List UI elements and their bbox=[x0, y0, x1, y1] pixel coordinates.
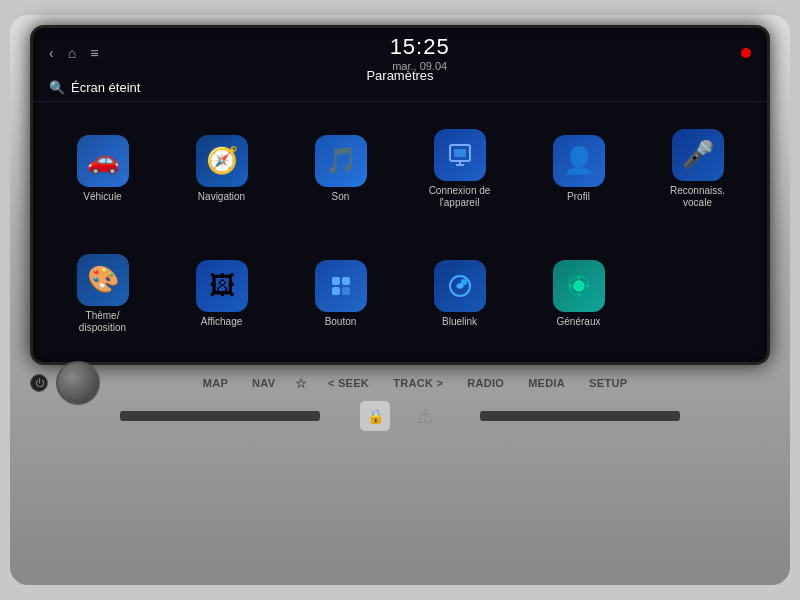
map-button[interactable]: MAP bbox=[199, 375, 232, 391]
son-label: Son bbox=[332, 191, 350, 203]
lock-button[interactable]: 🔒 bbox=[360, 401, 390, 431]
grid-item-son[interactable]: 🎵 Son bbox=[296, 135, 386, 203]
navigation-label: Navigation bbox=[198, 191, 245, 203]
warning-button[interactable]: ⚠ bbox=[410, 401, 440, 431]
affichage-label: Affichage bbox=[201, 316, 243, 328]
grid-item-theme[interactable]: 🎨 Thème/ disposition bbox=[58, 254, 148, 334]
grid-item-profil[interactable]: 👤 Profil bbox=[534, 135, 624, 203]
svg-point-9 bbox=[461, 279, 467, 285]
theme-label: Thème/ disposition bbox=[79, 310, 126, 334]
radio-button[interactable]: RADIO bbox=[463, 375, 508, 391]
grid-item-navigation[interactable]: 🧭 Navigation bbox=[177, 135, 267, 203]
divider bbox=[33, 101, 770, 102]
reconnaiss-label: Reconnaiss. vocale bbox=[670, 185, 725, 209]
vehicule-label: Véhicule bbox=[83, 191, 121, 203]
grid-item-bluelink[interactable]: Bluelink bbox=[415, 260, 505, 328]
nav-button[interactable]: NAV bbox=[248, 375, 279, 391]
search-area: 🔍 Écran éteint bbox=[49, 80, 140, 95]
vent-right bbox=[480, 411, 680, 421]
theme-icon: 🎨 bbox=[77, 254, 129, 306]
menu-icon[interactable]: ≡ bbox=[90, 45, 98, 61]
reconnaiss-icon: 🎤 bbox=[672, 129, 724, 181]
grid-item-bouton[interactable]: Bouton bbox=[296, 260, 386, 328]
connexion-icon bbox=[434, 129, 486, 181]
favorite-icon[interactable]: ☆ bbox=[295, 376, 308, 391]
setup-button[interactable]: SETUP bbox=[585, 375, 631, 391]
search-icon[interactable]: 🔍 bbox=[49, 80, 65, 95]
home-icon[interactable]: ⌂ bbox=[68, 45, 76, 61]
control-button-row: MAP NAV ☆ < SEEK TRACK > RADIO MEDIA SET… bbox=[199, 375, 632, 391]
bouton-icon bbox=[315, 260, 367, 312]
power-button[interactable]: ⏻ bbox=[30, 374, 48, 392]
svg-rect-7 bbox=[342, 287, 350, 295]
params-label: Paramètres bbox=[366, 68, 433, 83]
svg-rect-6 bbox=[332, 287, 340, 295]
grid-item-generaux[interactable]: Généraux bbox=[534, 260, 624, 328]
svg-rect-1 bbox=[454, 149, 466, 157]
svg-rect-4 bbox=[332, 277, 340, 285]
car-surround: ‹ ⌂ ≡ 15:25 mar., 09.04 🔍 Écran éteint P… bbox=[10, 15, 790, 585]
grid-item-vehicule[interactable]: 🚗 Véhicule bbox=[58, 135, 148, 203]
bluelink-label: Bluelink bbox=[442, 316, 477, 328]
back-icon[interactable]: ‹ bbox=[49, 45, 54, 61]
profil-icon: 👤 bbox=[553, 135, 605, 187]
connexion-label: Connexion de l'appareil bbox=[429, 185, 491, 209]
app-grid: 🚗 Véhicule 🧭 Navigation 🎵 Son bbox=[33, 104, 767, 362]
grid-item-reconnaiss[interactable]: 🎤 Reconnaiss. vocale bbox=[653, 129, 743, 209]
son-icon: 🎵 bbox=[315, 135, 367, 187]
notification-dot bbox=[741, 48, 751, 58]
infotainment-screen: ‹ ⌂ ≡ 15:25 mar., 09.04 🔍 Écran éteint P… bbox=[30, 25, 770, 365]
bluelink-icon bbox=[434, 260, 486, 312]
vent-left bbox=[120, 411, 320, 421]
grid-item-affichage[interactable]: 🖼 Affichage bbox=[177, 260, 267, 328]
screen-status: Écran éteint bbox=[71, 80, 140, 95]
track-forward-button[interactable]: TRACK > bbox=[389, 375, 447, 391]
physical-controls: ⏻ MAP NAV ☆ < SEEK TRACK > RADIO MEDIA S… bbox=[30, 365, 770, 395]
status-bar: 🔍 Écran éteint Paramètres bbox=[33, 78, 767, 101]
svg-point-10 bbox=[574, 281, 584, 291]
volume-knob[interactable] bbox=[56, 361, 100, 405]
top-left-controls: ‹ ⌂ ≡ bbox=[49, 45, 98, 61]
svg-rect-5 bbox=[342, 277, 350, 285]
grid-item-connexion[interactable]: Connexion de l'appareil bbox=[415, 129, 505, 209]
generaux-icon bbox=[553, 260, 605, 312]
time-display: 15:25 bbox=[390, 34, 450, 60]
seek-back-button[interactable]: < SEEK bbox=[324, 375, 373, 391]
generaux-label: Généraux bbox=[557, 316, 601, 328]
clock-area: 15:25 mar., 09.04 bbox=[390, 34, 450, 72]
bouton-label: Bouton bbox=[325, 316, 357, 328]
profil-label: Profil bbox=[567, 191, 590, 203]
media-button[interactable]: MEDIA bbox=[524, 375, 569, 391]
top-right bbox=[741, 48, 751, 58]
navigation-icon: 🧭 bbox=[196, 135, 248, 187]
grid-row-1: 🚗 Véhicule 🧭 Navigation 🎵 Son bbox=[43, 108, 757, 229]
affichage-icon: 🖼 bbox=[196, 260, 248, 312]
grid-row-2: 🎨 Thème/ disposition 🖼 Affichage bbox=[43, 233, 757, 354]
vehicule-icon: 🚗 bbox=[77, 135, 129, 187]
